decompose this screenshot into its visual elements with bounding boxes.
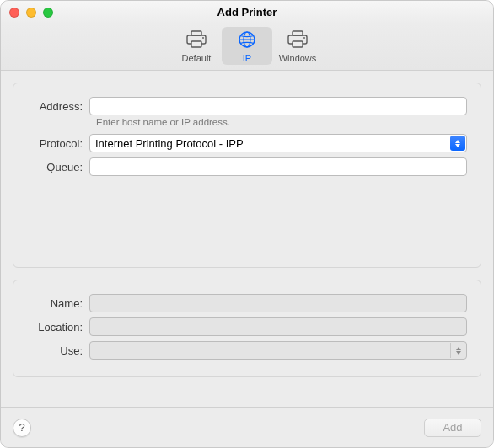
discovery-tabs: Default IP — [1, 24, 493, 71]
address-label: Address: — [22, 100, 89, 113]
add-printer-window: Add Printer Default — [0, 0, 494, 448]
svg-rect-0 — [191, 31, 201, 35]
window-controls — [9, 8, 53, 18]
tab-default[interactable]: Default — [171, 27, 222, 65]
zoom-window-button[interactable] — [43, 8, 53, 18]
queue-label: Queue: — [22, 161, 89, 173]
help-button[interactable]: ? — [13, 419, 31, 437]
globe-icon — [236, 30, 258, 51]
content-area: Address: Enter host name or IP address. … — [1, 71, 493, 407]
svg-rect-9 — [293, 41, 303, 47]
name-input — [89, 294, 467, 312]
svg-point-10 — [303, 37, 305, 39]
window-title: Add Printer — [1, 6, 493, 19]
add-button: Add — [424, 419, 481, 437]
connection-panel: Address: Enter host name or IP address. … — [13, 83, 481, 268]
updown-icon — [450, 343, 465, 358]
footer: ? Add — [1, 407, 493, 447]
printer-icon — [185, 30, 207, 51]
details-panel: Name: Location: Use: — [13, 280, 481, 377]
tab-ip-label: IP — [243, 53, 251, 63]
location-input — [89, 317, 467, 336]
address-input[interactable] — [89, 97, 467, 115]
svg-point-3 — [202, 37, 204, 39]
queue-input[interactable] — [89, 157, 467, 176]
tab-windows-label: Windows — [279, 53, 317, 63]
svg-rect-2 — [191, 41, 201, 47]
location-label: Location: — [22, 321, 89, 333]
protocol-label: Protocol: — [22, 137, 89, 150]
updown-icon — [450, 136, 465, 151]
protocol-select[interactable]: Internet Printing Protocol - IPP — [89, 134, 467, 152]
use-label: Use: — [22, 344, 89, 357]
titlebar: Add Printer — [1, 1, 493, 24]
printer-icon — [287, 30, 309, 51]
use-select — [89, 341, 467, 360]
close-window-button[interactable] — [9, 8, 19, 18]
name-label: Name: — [22, 297, 89, 310]
tab-ip[interactable]: IP — [222, 27, 272, 65]
minimize-window-button[interactable] — [26, 8, 36, 18]
tab-windows[interactable]: Windows — [272, 27, 323, 65]
help-icon: ? — [19, 421, 24, 434]
tab-default-label: Default — [182, 53, 212, 63]
address-hint: Enter host name or IP address. — [96, 117, 230, 127]
protocol-value: Internet Printing Protocol - IPP — [95, 137, 448, 150]
svg-rect-7 — [293, 31, 303, 35]
